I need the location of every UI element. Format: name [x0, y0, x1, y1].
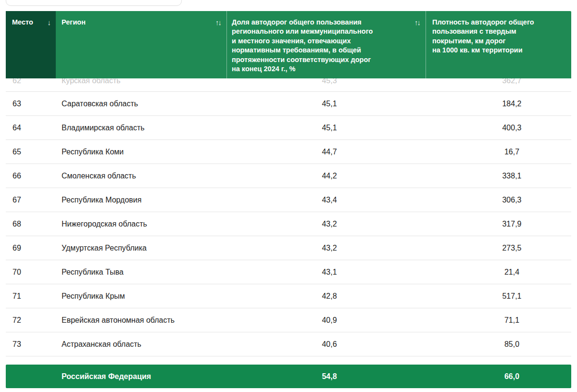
- table-row[interactable]: 62 Курская область 45,3 362,7: [6, 78, 571, 91]
- rank-cell: 69: [6, 236, 56, 260]
- share-cell: 43,4: [226, 188, 426, 212]
- table-row[interactable]: 69 Удмуртская Республика 43,2 273,5: [6, 236, 571, 260]
- table-row[interactable]: 71 Республика Крым 42,8 517,1: [6, 284, 571, 308]
- share-cell: 44,2: [226, 164, 426, 188]
- share-cell: 44,7: [226, 140, 426, 164]
- region-cell: Нижегородская область: [56, 212, 226, 236]
- column-header-share[interactable]: Доля автодорог общего пользования регион…: [226, 11, 426, 78]
- density-cell: 338,1: [426, 164, 571, 188]
- density-cell: 16,7: [426, 140, 571, 164]
- sort-descending-icon[interactable]: ↓: [48, 18, 50, 27]
- region-cell: Республика Тыва: [56, 260, 226, 284]
- share-cell: 40,6: [226, 332, 426, 356]
- summary-rank-cell: [6, 365, 56, 388]
- density-cell: 85,0: [426, 332, 571, 356]
- share-cell: 45,3: [226, 78, 426, 91]
- density-cell: 317,9: [426, 212, 571, 236]
- region-cell: Еврейская автономная область: [56, 308, 226, 332]
- column-header-density[interactable]: Плотность автодорог общего пользования с…: [426, 11, 571, 78]
- rank-cell: 68: [6, 212, 56, 236]
- summary-row: Российская Федерация 54,8 66,0: [6, 365, 571, 388]
- table-row[interactable]: 72 Еврейская автономная область 40,9 71,…: [6, 308, 571, 332]
- road-rating-table: Место ↓ Регион ↑↓ Доля автодорог общего …: [6, 11, 571, 388]
- table-body: 62 Курская область 45,3 362,7 63 Саратов…: [6, 78, 571, 356]
- summary-share-cell: 54,8: [226, 365, 426, 388]
- summary-density-cell: 66,0: [426, 365, 571, 388]
- density-cell: 184,2: [426, 92, 571, 115]
- rank-cell: 66: [6, 164, 56, 188]
- density-cell: 71,1: [426, 308, 571, 332]
- column-label-rank: Место: [12, 18, 33, 27]
- table-row[interactable]: 70 Республика Тыва 43,1 21,4: [6, 260, 571, 284]
- rank-cell: 63: [6, 92, 56, 115]
- page: Место ↓ Регион ↑↓ Доля автодорог общего …: [0, 0, 577, 392]
- table-row[interactable]: 63 Саратовская область 45,1 184,2: [6, 91, 571, 115]
- region-cell: Республика Крым: [56, 284, 226, 308]
- density-cell: 21,4: [426, 260, 571, 284]
- region-cell: Смоленская область: [56, 164, 226, 188]
- rank-cell: 62: [6, 78, 56, 91]
- density-cell: 517,1: [426, 284, 571, 308]
- column-label-region: Регион: [62, 18, 86, 27]
- table-row[interactable]: 67 Республика Мордовия 43,4 306,3: [6, 188, 571, 212]
- rank-cell: 72: [6, 308, 56, 332]
- region-cell: Удмуртская Республика: [56, 236, 226, 260]
- density-cell: 273,5: [426, 236, 571, 260]
- rank-cell: 64: [6, 116, 56, 139]
- table-row[interactable]: 65 Республика Коми 44,7 16,7: [6, 139, 571, 164]
- column-label-share: Доля автодорог общего пользования регион…: [232, 18, 373, 74]
- share-cell: 43,2: [226, 236, 426, 260]
- table-row[interactable]: 73 Астраханская область 40,6 85,0: [6, 332, 571, 356]
- share-cell: 40,9: [226, 308, 426, 332]
- region-cell: Саратовская область: [56, 92, 226, 115]
- region-cell: Республика Мордовия: [56, 188, 226, 212]
- search-input[interactable]: [6, 0, 182, 6]
- table-row[interactable]: 68 Нижегородская область 43,2 317,9: [6, 212, 571, 236]
- rank-cell: 65: [6, 140, 56, 164]
- region-cell: Курская область: [56, 78, 226, 91]
- density-cell: 362,7: [426, 78, 571, 91]
- density-cell: 400,3: [426, 116, 571, 139]
- column-header-region[interactable]: Регион ↑↓: [56, 11, 226, 78]
- summary-region-cell: Российская Федерация: [56, 365, 226, 388]
- region-cell: Астраханская область: [56, 332, 226, 356]
- rank-cell: 71: [6, 284, 56, 308]
- share-cell: 43,2: [226, 212, 426, 236]
- rank-cell: 67: [6, 188, 56, 212]
- rank-cell: 70: [6, 260, 56, 284]
- density-cell: 306,3: [426, 188, 571, 212]
- rank-cell: 73: [6, 332, 56, 356]
- sort-updown-icon[interactable]: ↑↓: [414, 18, 420, 27]
- share-cell: 45,1: [226, 92, 426, 115]
- share-cell: 43,1: [226, 260, 426, 284]
- table-header: Место ↓ Регион ↑↓ Доля автодорог общего …: [6, 11, 571, 78]
- share-cell: 45,1: [226, 116, 426, 139]
- region-cell: Республика Коми: [56, 140, 226, 164]
- column-label-density: Плотность автодорог общего пользования с…: [432, 18, 534, 55]
- share-cell: 42,8: [226, 284, 426, 308]
- table-row[interactable]: 66 Смоленская область 44,2 338,1: [6, 164, 571, 188]
- table-row[interactable]: 64 Владимирская область 45,1 400,3: [6, 115, 571, 139]
- sort-updown-icon[interactable]: ↑↓: [215, 18, 221, 27]
- column-header-rank[interactable]: Место ↓: [6, 11, 56, 78]
- region-cell: Владимирская область: [56, 116, 226, 139]
